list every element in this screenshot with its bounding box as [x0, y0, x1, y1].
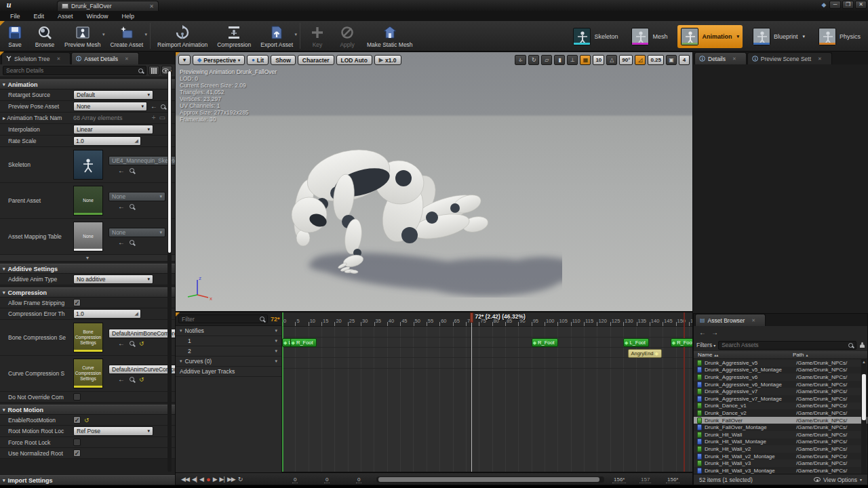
- viewport-lit-button[interactable]: ●Lit: [247, 55, 269, 65]
- viewport-x10-button[interactable]: ▶x1.0: [374, 55, 401, 65]
- reset-to-default-icon[interactable]: ↺: [139, 340, 144, 347]
- use-selected-icon[interactable]: ←: [118, 239, 125, 246]
- additive-anim-type-dropdown[interactable]: No additive▾: [73, 274, 153, 284]
- step-back-button[interactable]: ◀|: [192, 476, 197, 483]
- asset-row-drunk_aggressive_v5[interactable]: Drunk_Aggressive_v5/Game/Drunk_NPCs/: [694, 359, 867, 367]
- grid-size-button[interactable]: 10: [593, 55, 604, 65]
- scroll-up-icon[interactable]: ▲: [861, 359, 867, 365]
- forward-arrow-icon[interactable]: →: [711, 329, 718, 336]
- range-value[interactable]: 0: [356, 476, 361, 483]
- track-header-curves-0-[interactable]: ▾Curves (0)▾: [176, 357, 281, 367]
- asset-row-drunk_hit_wall_v3_montage[interactable]: Drunk_Hit_Wall_v3_Montage/Game/Drunk_NPC…: [694, 467, 867, 474]
- browse-to-asset-icon[interactable]: [130, 377, 134, 382]
- track-header-1[interactable]: 1▾: [176, 336, 281, 346]
- use-normalized-root-checkbox[interactable]: ✓: [73, 449, 81, 457]
- notify-angryend[interactable]: AngryEnd◆: [628, 349, 662, 358]
- track-filter-box[interactable]: [178, 314, 268, 323]
- curve-compression-s-thumbnail[interactable]: Curve Compression Settings: [73, 359, 103, 388]
- tab-close-icon[interactable]: ✕: [149, 3, 154, 9]
- camera-speed-button[interactable]: 4: [679, 55, 690, 65]
- toolbar-export-asset-button[interactable]: Export Asset▾: [256, 21, 298, 51]
- toolbar-browse-button[interactable]: Browse: [30, 21, 60, 51]
- tab-close-icon[interactable]: ✕: [818, 56, 822, 62]
- tab-close-icon[interactable]: ✕: [732, 56, 736, 62]
- mode-blueprint-button[interactable]: Blueprint▾: [749, 25, 808, 48]
- tab-close-icon[interactable]: ✕: [125, 56, 129, 62]
- use-selected-icon[interactable]: ←: [151, 103, 157, 110]
- asset-mapping-table-dropdown[interactable]: None▾: [108, 228, 165, 237]
- asset-row-drunk_hit_wall_v3[interactable]: Drunk_Hit_Wall_v3/Game/Drunk_NPCs/: [694, 460, 867, 467]
- scale-size-button[interactable]: 0.25: [648, 55, 664, 65]
- track-header-additive-layer-tracks[interactable]: Additive Layer Tracks: [176, 367, 281, 377]
- asset-row-drunk_aggressive_v7[interactable]: Drunk_Aggressive_v7/Game/Drunk_NPCs/: [694, 388, 867, 395]
- bone-compression-se-thumbnail[interactable]: Bone Compression Settings: [73, 323, 103, 352]
- asset-scrollbar-thumb[interactable]: [862, 374, 866, 420]
- translate-tool-button[interactable]: ↔↕: [515, 55, 526, 65]
- search-details-box[interactable]: [3, 66, 146, 75]
- search-details-input[interactable]: [6, 67, 136, 74]
- notify-r_foot[interactable]: ◆R_Foot: [532, 338, 558, 347]
- rotate-tool-button[interactable]: ↻: [528, 55, 539, 65]
- scale-tool-button[interactable]: ▱: [541, 55, 552, 65]
- coordinate-system-button[interactable]: ▮: [554, 55, 565, 65]
- asset-row-drunk_aggressive_v6_montage[interactable]: Drunk_Aggressive_v6_Montage/Game/Drunk_N…: [694, 381, 867, 388]
- compression-error-th-input[interactable]: 1.0◢: [73, 309, 141, 319]
- surface-snap-button[interactable]: ⊥: [567, 55, 578, 65]
- menu-window[interactable]: Window: [81, 12, 115, 20]
- asset-mapping-table-thumbnail[interactable]: None: [73, 222, 103, 251]
- search-assets-input[interactable]: [722, 342, 846, 348]
- toolbar-make-static-mesh-button[interactable]: Make Static Mesh: [362, 21, 418, 51]
- parent-asset-dropdown[interactable]: None▾: [108, 192, 165, 201]
- asset-row-drunk_fallover[interactable]: Drunk_FallOver/Game/Drunk_NPCs/: [694, 417, 867, 424]
- browse-to-asset-icon[interactable]: [130, 204, 134, 209]
- enablerootmotion-checkbox[interactable]: ✓: [73, 416, 81, 424]
- delete-elements-icon[interactable]: ▭: [159, 115, 165, 121]
- toolbar-key-button[interactable]: Key: [302, 21, 332, 51]
- section-additive-settings[interactable]: ▾Additive Settings: [0, 264, 175, 274]
- rotation-snap-button[interactable]: △: [606, 55, 617, 65]
- asset-row-drunk_hit_wall[interactable]: Drunk_Hit_Wall/Game/Drunk_NPCs/: [694, 431, 867, 439]
- mode-animation-button[interactable]: Animation▾: [677, 25, 743, 48]
- skeleton-dropdown[interactable]: UE4_Mannequin_Skeleton▾: [108, 156, 175, 165]
- close-button[interactable]: ✕: [855, 1, 867, 9]
- parent-asset-thumbnail[interactable]: None: [73, 186, 103, 216]
- section-compression[interactable]: ▾Compression: [0, 287, 175, 298]
- preview-pose-asset-dropdown[interactable]: None▾: [73, 102, 147, 111]
- viewport-lod-auto-button[interactable]: LOD Auto: [336, 55, 372, 65]
- asset-row-drunk_aggressive_v7_montage[interactable]: Drunk_Aggressive_v7_Montage/Game/Drunk_N…: [694, 395, 867, 403]
- allow-frame-stripping-checkbox[interactable]: ✓: [73, 299, 81, 306]
- use-selected-icon[interactable]: ←: [118, 376, 125, 383]
- tab-details[interactable]: Details✕: [694, 52, 747, 64]
- column-name[interactable]: Name▴▴: [694, 352, 793, 358]
- property-matrix-button[interactable]: [149, 66, 159, 75]
- filters-dropdown[interactable]: Filters▾: [696, 342, 715, 348]
- timeline-scrollbar[interactable]: [376, 476, 604, 483]
- track-header-notifies[interactable]: ▾Notifies▾: [176, 326, 281, 336]
- asset-row-drunk_dance_v2[interactable]: Drunk_Dance_v2/Game/Drunk_NPCs/: [694, 409, 867, 417]
- left-scrollbar-thumb[interactable]: [168, 71, 171, 253]
- timeline-track-area[interactable]: 0510152025303540455055606570758085909510…: [282, 312, 692, 472]
- record-button[interactable]: ●: [206, 475, 210, 483]
- force-root-lock-checkbox[interactable]: [73, 439, 81, 446]
- column-path[interactable]: Path▴: [793, 352, 867, 358]
- to-front-button[interactable]: ◀◀: [181, 476, 189, 483]
- to-end-button[interactable]: ▶▶: [227, 476, 235, 483]
- range-value[interactable]: 156*: [666, 476, 679, 483]
- asset-row-drunk_hit_wall_montage[interactable]: Drunk_Hit_Wall_Montage/Game/Drunk_NPCs/: [694, 439, 867, 446]
- reset-to-default-icon[interactable]: ↺: [139, 376, 144, 383]
- range-value[interactable]: 157: [639, 476, 651, 483]
- minimize-button[interactable]: ─: [829, 1, 841, 9]
- menu-edit[interactable]: Edit: [28, 12, 51, 20]
- skeleton-thumbnail[interactable]: [73, 150, 103, 180]
- viewport-perspective-button[interactable]: ◆Perspective▾: [193, 55, 245, 65]
- notify-l_foot[interactable]: ◆L_Foot: [623, 338, 649, 347]
- track-filter-input[interactable]: [182, 316, 257, 323]
- section-import-settings[interactable]: ▾Import Settings: [0, 475, 175, 485]
- use-selected-icon[interactable]: ←: [118, 340, 125, 347]
- tab-close-icon[interactable]: ✕: [751, 318, 755, 323]
- bone-compression-se-dropdown[interactable]: DefaultAnimBoneCompre▾: [108, 329, 175, 338]
- timeline-scrollbar-thumb[interactable]: [378, 477, 599, 482]
- retarget-source-dropdown[interactable]: Default▾: [73, 90, 153, 100]
- root-motion-root-loc-dropdown[interactable]: Ref Pose▾: [73, 426, 153, 436]
- preview-viewport[interactable]: ▾◆Perspective▾●LitShowCharacterLOD Auto▶…: [175, 52, 693, 312]
